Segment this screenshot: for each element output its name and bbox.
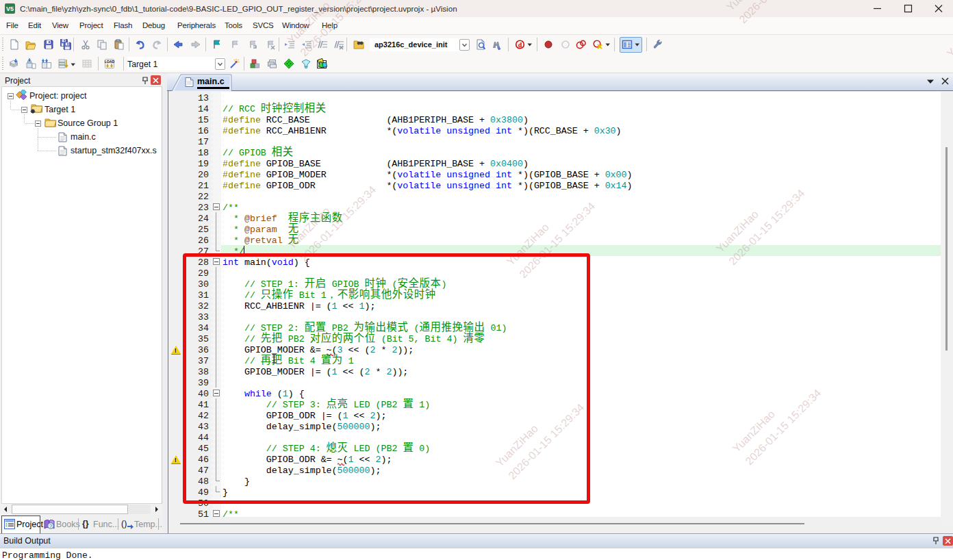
- svg-text:V5: V5: [6, 5, 14, 12]
- svg-text:?: ?: [49, 523, 52, 529]
- svg-text:d: d: [518, 41, 522, 49]
- svg-text:LOAD: LOAD: [105, 60, 115, 64]
